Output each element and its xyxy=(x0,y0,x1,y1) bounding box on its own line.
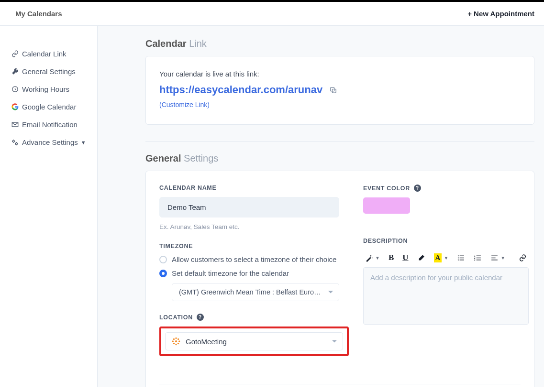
svg-point-7 xyxy=(175,344,177,345)
svg-point-8 xyxy=(172,340,174,342)
svg-point-6 xyxy=(175,338,177,339)
calendar-public-link[interactable]: https://easycalendar.com/arunav xyxy=(159,84,322,96)
timezone-option-customer[interactable]: Allow customers to select a timezone of … xyxy=(159,255,349,263)
advance-slots-settings-label: ADVANCE SLOTS SETTINGS xyxy=(159,384,521,387)
sidebar-item-working-hours[interactable]: Working Hours xyxy=(0,80,97,98)
new-appointment-button[interactable]: + New Appointment xyxy=(467,10,534,18)
sidebar-item-label: Calendar Link xyxy=(22,50,67,58)
sidebar-item-general-settings[interactable]: General Settings xyxy=(0,63,97,80)
sidebar-item-calendar-link[interactable]: Calendar Link xyxy=(0,45,97,63)
general-settings-panel: CALENDAR NAME Ex. Arunav, Sales Team etc… xyxy=(145,171,534,387)
radio-unchecked-icon xyxy=(159,256,167,263)
help-icon[interactable]: ? xyxy=(414,185,421,192)
svg-point-12 xyxy=(173,343,175,344)
svg-text:3: 3 xyxy=(474,259,476,261)
sidebar: Calendar Link General Settings Working H… xyxy=(0,26,98,387)
ordered-list-icon[interactable]: 123 xyxy=(474,254,482,262)
radio-label: Set default timezone for the calendar xyxy=(172,269,289,277)
chevron-down-icon: ▼ xyxy=(81,140,86,145)
svg-point-10 xyxy=(173,338,175,340)
svg-rect-26 xyxy=(491,255,498,256)
divider xyxy=(145,141,534,142)
svg-rect-19 xyxy=(460,260,464,260)
timezone-option-default[interactable]: Set default timezone for the calendar xyxy=(159,269,349,277)
align-icon[interactable]: ▼ xyxy=(490,254,505,262)
main-content: Calendar Link Your calendar is live at t… xyxy=(98,26,544,387)
svg-rect-28 xyxy=(491,260,498,260)
sidebar-item-label: Email Notification xyxy=(22,120,78,129)
svg-point-16 xyxy=(458,259,459,260)
sidebar-item-google-calendar[interactable]: Google Calendar xyxy=(0,98,97,116)
calendar-link-panel: Your calendar is live at this link: http… xyxy=(145,56,534,125)
calendar-name-hint: Ex. Arunav, Sales Team etc. xyxy=(159,223,349,230)
svg-rect-17 xyxy=(460,255,464,256)
envelope-icon xyxy=(11,121,19,128)
svg-rect-24 xyxy=(477,257,481,258)
timezone-select[interactable]: (GMT) Greenwich Mean Time : Belfast Euro… xyxy=(172,283,339,301)
sidebar-item-label: Advance Settings xyxy=(22,138,78,146)
top-header: My Calendars + New Appointment xyxy=(0,2,544,26)
clock-icon xyxy=(11,86,19,93)
location-highlight-box: GotoMeeting xyxy=(159,327,349,356)
svg-rect-27 xyxy=(491,257,496,258)
copy-icon[interactable] xyxy=(329,86,337,94)
gears-icon xyxy=(11,139,19,146)
svg-point-5 xyxy=(175,340,177,342)
svg-rect-18 xyxy=(460,257,464,258)
calendar-name-label: CALENDAR NAME xyxy=(159,185,349,191)
sidebar-item-advance-settings[interactable]: Advance Settings ▼ xyxy=(0,133,97,151)
svg-point-2 xyxy=(15,142,17,144)
description-toolbar: ▼ B U A▼ xyxy=(363,250,529,265)
svg-point-9 xyxy=(178,340,180,342)
svg-rect-23 xyxy=(477,255,481,256)
location-select[interactable]: GotoMeeting xyxy=(165,332,343,350)
svg-rect-25 xyxy=(477,260,481,260)
radio-checked-icon xyxy=(159,270,167,277)
help-icon[interactable]: ? xyxy=(197,314,204,321)
sidebar-item-label: General Settings xyxy=(22,67,76,76)
google-icon xyxy=(11,103,19,110)
description-textarea[interactable]: Add a description for your public calend… xyxy=(363,267,529,325)
sidebar-item-label: Google Calendar xyxy=(22,103,76,111)
svg-point-1 xyxy=(12,140,14,142)
sidebar-item-email-notification[interactable]: Email Notification xyxy=(0,116,97,133)
wrench-icon xyxy=(11,68,19,75)
radio-label: Allow customers to select a timezone of … xyxy=(172,255,336,263)
text-color-icon[interactable]: A▼ xyxy=(434,253,449,262)
bold-icon[interactable]: B xyxy=(389,253,394,262)
calendar-name-input[interactable] xyxy=(159,197,339,218)
calendar-live-text: Your calendar is live at this link: xyxy=(159,70,521,78)
gotomeeting-icon xyxy=(171,337,181,346)
eraser-icon[interactable] xyxy=(417,254,425,262)
link-icon xyxy=(11,50,19,57)
section-title-general-settings: General Settings xyxy=(145,153,534,164)
unordered-list-icon[interactable] xyxy=(457,254,465,262)
description-label: DESCRIPTION xyxy=(363,238,529,244)
event-color-swatch[interactable] xyxy=(363,197,410,214)
link-icon[interactable] xyxy=(519,254,527,262)
sidebar-item-label: Working Hours xyxy=(22,85,69,93)
location-value: GotoMeeting xyxy=(186,338,227,346)
svg-point-14 xyxy=(458,255,459,256)
svg-point-11 xyxy=(178,338,179,340)
section-title-calendar-link: Calendar Link xyxy=(145,38,534,49)
timezone-label: TIMEZONE xyxy=(159,243,349,250)
page-title: My Calendars xyxy=(15,10,62,18)
location-label: LOCATION ? xyxy=(159,314,349,321)
customize-link[interactable]: (Customize Link) xyxy=(159,101,210,109)
event-color-label: EVENT COLOR ? xyxy=(363,185,529,192)
underline-icon[interactable]: U xyxy=(402,253,408,262)
svg-point-13 xyxy=(178,343,179,344)
svg-point-15 xyxy=(458,257,459,258)
magic-wand-icon[interactable]: ▼ xyxy=(365,254,380,262)
